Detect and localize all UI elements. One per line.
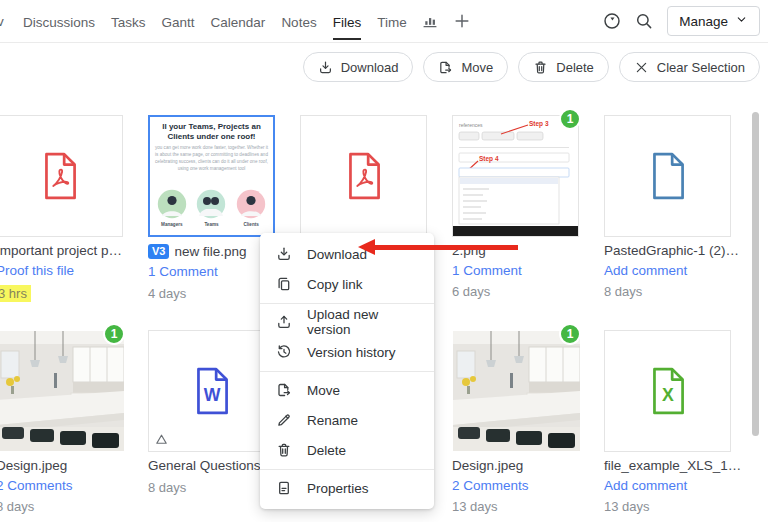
poster-avatar: Managers: [155, 189, 188, 227]
file-name-row: Design.jpeg: [452, 459, 612, 473]
file-name-row: Important project p…: [0, 244, 156, 258]
file-age: 8 days: [604, 285, 764, 298]
file-age-highlight: 3 hrs: [0, 285, 31, 302]
menu-item-label: Properties: [307, 481, 369, 496]
copy-icon: [276, 276, 292, 292]
menu-item-label: Move: [307, 383, 340, 398]
generic-file-icon: [647, 151, 689, 201]
menu-item-download[interactable]: Download: [260, 239, 434, 269]
file-name[interactable]: Design.jpeg: [0, 459, 67, 473]
svg-text:Step 4: Step 4: [479, 155, 499, 163]
drive-icon: [154, 432, 169, 447]
screenshot-thumbnail: referencesStep 3Step 4: [453, 116, 578, 236]
file-name[interactable]: new file.png: [174, 245, 246, 259]
file-card: Xfile_example_XLS_1…Add comment13 days: [604, 330, 764, 513]
poster-avatar-label: Teams: [204, 222, 218, 227]
svg-text:references: references: [459, 122, 483, 128]
menu-item-label: Upload new version: [307, 307, 418, 337]
file-thumbnail[interactable]: 1: [0, 330, 123, 452]
poster-avatar-label: Managers: [161, 222, 182, 227]
file-meta: Design.jpeg2 Comments13 days: [452, 459, 612, 513]
app-screenshot-thumbnail: referencesStep 3Step 4: [453, 116, 578, 236]
file-thumbnail[interactable]: X: [604, 330, 731, 452]
illustration-avatar: [157, 189, 187, 219]
menu-item-properties[interactable]: Properties: [260, 473, 434, 503]
svg-text:Step 3: Step 3: [529, 120, 549, 128]
menu-item-label: Download: [307, 247, 367, 262]
2-comments-link[interactable]: 2 Comments: [0, 479, 156, 493]
1-comment-link[interactable]: 1 Comment: [452, 264, 612, 278]
menu-divider: [260, 371, 434, 372]
pdf-file-icon: [39, 151, 81, 201]
menu-item-rename[interactable]: Rename: [260, 405, 434, 435]
menu-divider: [260, 303, 434, 304]
menu-item-label: Version history: [307, 345, 396, 360]
file-age: 6 days: [452, 285, 612, 298]
add-comment-link[interactable]: Add comment: [604, 479, 764, 493]
poster-heading: ll your Teams, Projects an Clients under…: [154, 122, 269, 142]
file-thumbnail[interactable]: [0, 115, 123, 237]
file-meta: 2.png1 Comment6 days: [452, 244, 612, 298]
file-card: 1Design.jpeg2 Comments8 days: [0, 330, 156, 513]
move-icon: [276, 382, 292, 398]
2-comments-link[interactable]: 2 Comments: [452, 479, 612, 493]
version-count-badge: 1: [559, 323, 581, 345]
file-age: 8 days: [0, 500, 156, 513]
download-icon: [276, 246, 292, 262]
svg-text:X: X: [662, 385, 674, 405]
excel-file-icon: X: [647, 366, 689, 416]
menu-item-move[interactable]: Move: [260, 375, 434, 405]
add-comment-link[interactable]: Add comment: [604, 264, 764, 278]
poster-body: you can get more work done faster, toget…: [154, 145, 269, 173]
menu-item-delete[interactable]: Delete: [260, 435, 434, 465]
version-badge: V3: [148, 244, 169, 259]
file-name[interactable]: file_example_XLS_1…: [604, 459, 741, 473]
menu-item-version-history[interactable]: Version history: [260, 337, 434, 367]
menu-item-upload-new-version[interactable]: Upload new version: [260, 307, 434, 337]
file-card: Important project p…Proof this file3 hrs: [0, 115, 156, 302]
file-thumbnail[interactable]: ll your Teams, Projects an Clients under…: [148, 115, 275, 237]
pdf-file-icon: [343, 151, 385, 201]
file-name-row: 2.png: [452, 244, 612, 258]
properties-icon: [276, 480, 292, 496]
poster-avatars: ManagersTeamsClients: [150, 189, 273, 227]
file-name[interactable]: PastedGraphic-1 (2)…: [604, 244, 739, 258]
file-age: 3 hrs: [0, 285, 156, 302]
file-card: referencesStep 3Step 412.png1 Comment6 d…: [452, 115, 612, 298]
file-name-row: Design.jpeg: [0, 459, 156, 473]
context-menu: DownloadCopy linkUpload new versionVersi…: [260, 233, 434, 509]
file-thumbnail[interactable]: [300, 115, 427, 237]
menu-item-copy-link[interactable]: Copy link: [260, 269, 434, 299]
file-thumbnail[interactable]: [604, 115, 731, 237]
poster-avatar: Clients: [235, 189, 268, 227]
file-meta: file_example_XLS_1…Add comment13 days: [604, 459, 764, 513]
file-thumbnail[interactable]: referencesStep 3Step 41: [452, 115, 579, 237]
svg-text:W: W: [203, 385, 220, 405]
word-file-icon: W: [191, 366, 233, 416]
file-name-row: file_example_XLS_1…: [604, 459, 764, 473]
history-icon: [276, 344, 292, 360]
file-name[interactable]: General Questions…: [148, 459, 274, 473]
project-files-page: vDiscussionsTasksGanttCalendarNotesFiles…: [0, 0, 768, 522]
file-name-row: PastedGraphic-1 (2)…: [604, 244, 764, 258]
menu-item-label: Copy link: [307, 277, 363, 292]
illustration-avatar: [196, 189, 226, 219]
file-card: 1Design.jpeg2 Comments13 days: [452, 330, 612, 513]
delete-icon: [276, 442, 292, 458]
poster-avatar-label: Clients: [243, 222, 258, 227]
file-meta: PastedGraphic-1 (2)…Add comment8 days: [604, 244, 764, 298]
file-name[interactable]: 2.png: [452, 244, 486, 258]
proof-this-file-link[interactable]: Proof this file: [0, 264, 156, 278]
upload-icon: [276, 314, 292, 330]
version-count-badge: 1: [559, 108, 581, 130]
kitchen-photo: [453, 331, 580, 451]
file-thumbnail[interactable]: 1: [452, 330, 579, 452]
scrollbar-thumb[interactable]: [752, 112, 759, 436]
file-name[interactable]: Important project p…: [0, 244, 122, 258]
file-meta: Design.jpeg2 Comments8 days: [0, 459, 156, 513]
illustration-avatar: [236, 189, 266, 219]
file-meta: Important project p…Proof this file3 hrs: [0, 244, 156, 302]
file-thumbnail[interactable]: W: [148, 330, 275, 452]
file-name[interactable]: Design.jpeg: [452, 459, 523, 473]
rename-icon: [276, 412, 292, 428]
